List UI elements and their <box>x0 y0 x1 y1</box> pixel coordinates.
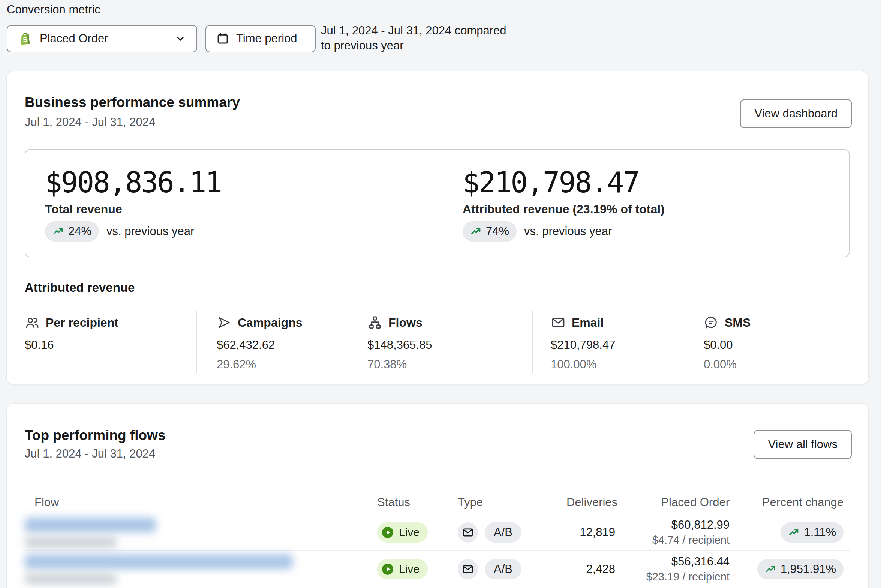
email-icon <box>458 559 478 579</box>
status-badge: Live <box>377 559 428 579</box>
flows-table-header: Flow Status Type Deliveries Placed Order… <box>25 491 850 514</box>
column-header-flow: Flow <box>25 496 377 509</box>
column-header-type: Type <box>458 496 566 509</box>
table-row[interactable]: Live A/B 2,428 $56,316.44 $23.19 / recip… <box>25 551 850 587</box>
send-icon <box>217 315 232 330</box>
email-icon <box>458 522 478 543</box>
svg-text:S: S <box>22 36 28 44</box>
attributed-revenue-breakdown: Per recipient $0.16 Campaigns $62,432.62… <box>25 310 850 374</box>
placed-order-value: $56,316.44 <box>625 555 730 568</box>
flow-name-redacted[interactable] <box>25 518 377 548</box>
attributed-revenue-breakdown-title: Attributed revenue <box>25 280 135 295</box>
view-all-flows-button[interactable]: View all flows <box>754 430 852 459</box>
attributed-revenue-change-note: vs. previous year <box>524 225 612 238</box>
ab-test-badge: A/B <box>485 522 521 543</box>
flows-card-title: Top performing flows <box>25 428 165 443</box>
live-play-icon <box>381 562 394 576</box>
trend-up-icon <box>765 563 777 575</box>
email-icon <box>551 315 566 330</box>
date-range-note: Jul 1, 2024 - Jul 31, 2024 compared to p… <box>321 23 516 53</box>
column-header-deliveries: Deliveries <box>566 496 625 509</box>
live-play-icon <box>381 526 394 539</box>
conversion-metric-select[interactable]: S Placed Order <box>7 25 197 52</box>
conversion-metric-value: Placed Order <box>40 32 108 45</box>
column-header-percent-change: Percent change <box>737 496 850 509</box>
ab-test-badge: A/B <box>485 559 521 579</box>
chevron-down-icon <box>174 32 187 45</box>
flows-card-date-range: Jul 1, 2024 - Jul 31, 2024 <box>25 447 155 460</box>
shopify-bag-icon: S <box>17 30 33 47</box>
total-revenue-value: $908,836.11 <box>45 166 221 199</box>
flow-icon <box>367 315 382 330</box>
total-revenue-label: Total revenue <box>45 202 122 216</box>
view-dashboard-button[interactable]: View dashboard <box>740 99 852 128</box>
deliveries-value: 2,428 <box>566 562 625 576</box>
flow-subtitle-blur <box>25 537 117 548</box>
divider <box>196 311 197 373</box>
flow-subtitle-blur <box>25 574 117 584</box>
flow-name-redacted[interactable] <box>25 554 377 584</box>
per-recipient-value: $23.19 / recipient <box>625 571 730 583</box>
top-performing-flows-card: Top performing flows Jul 1, 2024 - Jul 3… <box>7 404 868 588</box>
deliveries-value: 12,819 <box>566 526 625 539</box>
attributed-revenue-change-badge: 74% <box>463 221 517 242</box>
sms-icon <box>704 315 719 330</box>
business-performance-summary-card: Business performance summary Jul 1, 2024… <box>7 71 868 384</box>
total-revenue-change-note: vs. previous year <box>106 225 194 238</box>
divider <box>532 311 533 373</box>
time-period-label: Time period <box>236 32 297 45</box>
trend-up-icon <box>470 225 482 237</box>
table-row[interactable]: Live A/B 12,819 $60,812.99 $4.74 / recip… <box>25 514 850 551</box>
conversion-metric-label: Conversion metric <box>7 3 100 16</box>
revenue-stat-box: $908,836.11 Total revenue 24% vs. previo… <box>25 149 850 257</box>
column-header-placed-order: Placed Order <box>625 496 737 509</box>
status-badge: Live <box>377 522 428 543</box>
time-period-button[interactable]: Time period <box>205 25 316 52</box>
per-recipient-value: $4.74 / recipient <box>625 534 730 546</box>
placed-order-value: $60,812.99 <box>625 518 730 532</box>
percent-change-badge: 1.11% <box>781 522 844 543</box>
trend-up-icon <box>52 225 64 237</box>
flow-name-blur <box>25 518 156 532</box>
column-header-status: Status <box>377 496 458 509</box>
people-icon <box>25 315 40 330</box>
summary-card-date-range: Jul 1, 2024 - Jul 31, 2024 <box>25 116 155 129</box>
summary-card-title: Business performance summary <box>25 94 240 110</box>
flow-name-blur <box>25 554 293 569</box>
trend-up-icon <box>788 526 800 538</box>
total-revenue-change-badge: 24% <box>45 221 99 242</box>
percent-change-badge: 1,951.91% <box>757 559 844 579</box>
calendar-icon <box>216 32 229 45</box>
flows-table: Flow Status Type Deliveries Placed Order… <box>25 491 850 587</box>
attributed-revenue-label: Attributed revenue (23.19% of total) <box>463 202 665 216</box>
attributed-revenue-value: $210,798.47 <box>463 166 639 199</box>
